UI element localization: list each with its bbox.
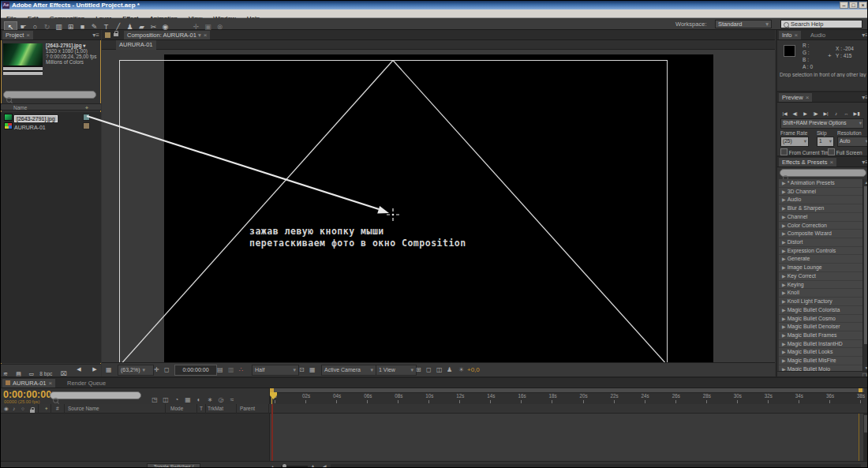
ram-preview-button[interactable]: ▶▮ xyxy=(851,110,862,118)
disclosure-triangle-icon[interactable]: ▶ xyxy=(782,342,786,346)
scrollbar-thumb[interactable] xyxy=(864,186,868,344)
next-frame-button[interactable]: |▶ xyxy=(810,110,821,118)
close-button[interactable]: × xyxy=(859,2,867,9)
tab-audio[interactable]: Audio xyxy=(807,31,829,39)
effects-category[interactable]: ▶Knoll Light Factory xyxy=(779,298,862,306)
disclosure-triangle-icon[interactable]: ▶ xyxy=(782,274,786,279)
restore-button[interactable]: □ xyxy=(849,2,858,9)
effects-category[interactable]: ▶Composite Wizard xyxy=(779,230,862,238)
scroll-down-icon[interactable]: ▼ xyxy=(863,365,868,370)
bit-depth-label[interactable]: 8 bpc xyxy=(39,371,52,376)
mask-visibility-icon[interactable]: ◻ xyxy=(164,365,170,374)
camera-dropdown[interactable]: Active Camera▾ xyxy=(321,365,376,376)
first-frame-button[interactable]: |◀ xyxy=(780,110,790,118)
panel-menu-icon[interactable]: ▾≡ xyxy=(92,32,99,39)
effects-category[interactable]: ▶Magic Bullet Looks xyxy=(779,348,862,357)
effects-search-input[interactable] xyxy=(780,169,866,177)
show-snapshot-icon[interactable]: ▥ xyxy=(228,365,234,374)
tab-info[interactable]: Info× xyxy=(779,31,801,39)
effects-category[interactable]: ▶Knoll xyxy=(779,289,862,298)
exposure-value[interactable]: +0,0 xyxy=(467,365,480,374)
disclosure-triangle-icon[interactable]: ▶ xyxy=(782,189,786,194)
ram-preview-options-dropdown[interactable]: Shift+RAM Preview Options▾ xyxy=(780,118,864,129)
solo-icon[interactable]: ○ xyxy=(21,404,24,414)
timeline-vertical-scrollbar[interactable] xyxy=(863,414,868,461)
disclosure-triangle-icon[interactable]: ▶ xyxy=(782,223,786,228)
from-current-time-checkbox[interactable]: From Current Time xyxy=(780,148,832,155)
playhead-line[interactable] xyxy=(271,404,273,461)
column-index[interactable]: # xyxy=(56,404,59,414)
viewer-tab[interactable]: AURURA-01 xyxy=(116,40,156,50)
effects-category[interactable]: ▶* Animation Presets xyxy=(779,179,862,188)
full-screen-checkbox[interactable]: Full Screen xyxy=(828,148,862,155)
effects-category[interactable]: ▶Channel xyxy=(779,213,862,222)
tab-effects-presets[interactable]: Effects & Presets× xyxy=(779,158,836,167)
tab-composition[interactable]: Composition: AURURA-01 ▾× xyxy=(124,31,210,39)
pixel-aspect-icon[interactable]: ◫ xyxy=(436,365,443,374)
tab-preview[interactable]: Preview× xyxy=(779,93,812,102)
effects-category[interactable]: ▶Magic Bullet Frames xyxy=(779,331,862,340)
previous-frame-button[interactable]: ◀| xyxy=(790,110,800,118)
transparency-grid-icon[interactable]: ▦ xyxy=(309,365,316,374)
loop-toggle-button[interactable]: ↔ xyxy=(841,110,851,118)
disclosure-triangle-icon[interactable]: ▶ xyxy=(782,333,786,338)
close-icon[interactable]: × xyxy=(806,94,810,101)
exposure-sun-icon[interactable]: ☀ xyxy=(458,365,464,374)
close-icon[interactable]: × xyxy=(26,32,30,39)
last-frame-button[interactable]: ▶| xyxy=(821,110,831,118)
grid-and-guides-icon[interactable]: ⊞ xyxy=(416,365,421,374)
minimize-button[interactable]: – xyxy=(840,2,848,9)
layer-list-area[interactable] xyxy=(1,414,269,461)
close-icon[interactable]: × xyxy=(829,159,833,166)
snapshot-icon[interactable]: ▤ xyxy=(217,365,223,374)
close-icon[interactable]: × xyxy=(49,380,53,387)
column-t[interactable]: T xyxy=(200,404,203,414)
grid-options-icon[interactable]: ▦ xyxy=(106,365,112,374)
disclosure-triangle-icon[interactable]: ▶ xyxy=(782,358,786,363)
effects-category[interactable]: ▶Image Lounge xyxy=(779,264,862,272)
disclosure-triangle-icon[interactable]: ▶ xyxy=(782,181,786,185)
disclosure-triangle-icon[interactable]: ▶ xyxy=(782,299,786,304)
zoom-in-mountain-icon[interactable]: ▲ xyxy=(310,463,316,468)
effects-category[interactable]: ▶Key Correct xyxy=(779,272,862,281)
frame-rate-dropdown[interactable]: (25)▾ xyxy=(780,137,809,147)
composition-viewer[interactable]: зажав левую кнопку мыши перетаскиваем фо… xyxy=(102,50,775,362)
disclosure-triangle-icon[interactable]: ▶ xyxy=(782,324,786,329)
lock-icon[interactable] xyxy=(114,33,118,36)
scrollbar-thumb[interactable] xyxy=(864,415,868,432)
panel-menu-icon[interactable]: ▾≡ xyxy=(862,159,868,166)
disclosure-triangle-icon[interactable]: ▶ xyxy=(782,215,786,219)
footage-filename[interactable]: [2643-2791].jpg ▾ xyxy=(46,43,96,48)
effects-category[interactable]: ▶Color Correction xyxy=(779,222,862,230)
effects-category[interactable]: ▶3D Channel xyxy=(779,188,862,197)
tab-render-queue[interactable]: Render Queue xyxy=(64,379,109,388)
timeline-search-input[interactable] xyxy=(50,391,141,399)
column-mode[interactable]: Mode xyxy=(170,404,183,414)
checkbox-icon[interactable] xyxy=(780,148,788,155)
work-area-end-handle[interactable] xyxy=(859,388,862,392)
scroll-up-icon[interactable]: ▲ xyxy=(863,180,868,185)
disclosure-triangle-icon[interactable]: ▶ xyxy=(782,231,786,236)
effects-category[interactable]: ▶Magic Bullet Cosmo xyxy=(779,315,862,324)
disclosure-triangle-icon[interactable]: ▶ xyxy=(782,290,786,295)
effects-category[interactable]: ▶Expression Controls xyxy=(779,247,862,256)
close-icon[interactable]: × xyxy=(204,32,208,39)
current-time-display[interactable]: 0:00:00:00 xyxy=(3,389,51,400)
effects-category[interactable]: ▶Magic Bullet Denoiser xyxy=(779,323,862,331)
disclosure-triangle-icon[interactable]: ▶ xyxy=(782,283,786,287)
work-area-bar[interactable] xyxy=(270,388,864,393)
workspace-dropdown[interactable]: Standard▾ xyxy=(715,20,772,28)
column-header-name[interactable]: Name xyxy=(13,104,27,111)
effects-category[interactable]: ▶Magic Bullet MisFire xyxy=(779,357,862,365)
checkbox-icon[interactable] xyxy=(828,148,835,155)
effects-category[interactable]: ▶Audio xyxy=(779,196,862,204)
zoom-slider-handle[interactable] xyxy=(282,464,286,468)
project-row[interactable]: [2643-2791].jpg xyxy=(1,112,101,121)
show-channel-icon[interactable]: ∴ xyxy=(239,365,243,374)
disclosure-triangle-icon[interactable]: ▶ xyxy=(782,240,786,245)
scroll-left-icon[interactable]: ◀ xyxy=(74,365,84,373)
skip-dropdown[interactable]: 1▾ xyxy=(817,137,834,147)
time-ruler[interactable]: 0s02s04s06s08s10s12s14s16s18s20s22s24s26… xyxy=(269,388,863,404)
resolution-dropdown[interactable]: Half▾ xyxy=(252,365,299,376)
effects-category[interactable]: ▶Generate xyxy=(779,255,862,264)
